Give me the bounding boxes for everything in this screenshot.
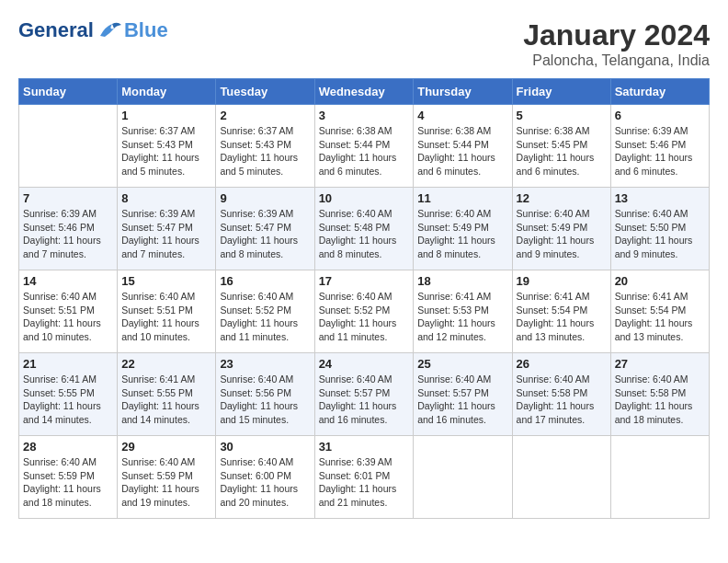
header-cell-saturday: Saturday (610, 79, 709, 105)
calendar-cell: 24Sunrise: 6:40 AMSunset: 5:57 PMDayligh… (314, 353, 414, 436)
day-number: 15 (121, 274, 211, 288)
day-number: 16 (220, 274, 310, 288)
calendar-cell: 9Sunrise: 6:39 AMSunset: 5:47 PMDaylight… (216, 188, 314, 270)
day-info: Sunrise: 6:40 AMSunset: 5:52 PMDaylight:… (319, 290, 410, 344)
calendar-cell: 19Sunrise: 6:41 AMSunset: 5:54 PMDayligh… (512, 270, 610, 353)
logo: General Blue (18, 18, 168, 42)
day-info: Sunrise: 6:40 AMSunset: 6:00 PMDaylight:… (220, 455, 310, 510)
day-info: Sunrise: 6:41 AMSunset: 5:55 PMDaylight:… (121, 373, 211, 427)
day-number: 17 (319, 274, 410, 288)
day-number: 27 (615, 357, 705, 371)
day-info: Sunrise: 6:37 AMSunset: 5:43 PMDaylight:… (220, 124, 310, 178)
day-number: 31 (319, 440, 410, 454)
day-number: 22 (121, 357, 211, 371)
day-number: 8 (121, 191, 211, 205)
logo-general: General (18, 18, 94, 42)
day-number: 7 (23, 191, 113, 205)
day-number: 28 (23, 440, 113, 454)
day-info: Sunrise: 6:40 AMSunset: 5:57 PMDaylight:… (417, 373, 507, 427)
calendar-cell: 26Sunrise: 6:40 AMSunset: 5:58 PMDayligh… (512, 353, 610, 436)
logo-blue: Blue (124, 18, 168, 42)
calendar-header: SundayMondayTuesdayWednesdayThursdayFrid… (19, 79, 710, 105)
page-subtitle: Paloncha, Telangana, India (523, 52, 710, 69)
calendar-cell: 23Sunrise: 6:40 AMSunset: 5:56 PMDayligh… (216, 353, 314, 436)
day-number: 25 (417, 357, 507, 371)
day-number: 30 (220, 440, 310, 454)
calendar-cell: 22Sunrise: 6:41 AMSunset: 5:55 PMDayligh… (118, 353, 216, 436)
day-info: Sunrise: 6:39 AMSunset: 5:47 PMDaylight:… (220, 207, 310, 261)
day-info: Sunrise: 6:40 AMSunset: 5:58 PMDaylight:… (517, 373, 607, 427)
day-info: Sunrise: 6:40 AMSunset: 5:52 PMDaylight:… (220, 290, 310, 344)
day-number: 18 (417, 274, 507, 288)
calendar-cell: 1Sunrise: 6:37 AMSunset: 5:43 PMDaylight… (118, 105, 216, 188)
calendar-cell: 3Sunrise: 6:38 AMSunset: 5:44 PMDaylight… (314, 105, 414, 188)
day-info: Sunrise: 6:38 AMSunset: 5:44 PMDaylight:… (319, 124, 410, 178)
day-info: Sunrise: 6:40 AMSunset: 5:50 PMDaylight:… (615, 207, 705, 261)
day-info: Sunrise: 6:40 AMSunset: 5:51 PMDaylight:… (121, 290, 211, 344)
calendar-body: 1Sunrise: 6:37 AMSunset: 5:43 PMDaylight… (19, 105, 710, 519)
calendar-week-row: 28Sunrise: 6:40 AMSunset: 5:59 PMDayligh… (19, 436, 710, 519)
day-number: 6 (615, 109, 705, 122)
day-number: 13 (615, 191, 705, 205)
calendar-cell: 10Sunrise: 6:40 AMSunset: 5:48 PMDayligh… (314, 188, 414, 270)
day-info: Sunrise: 6:40 AMSunset: 5:57 PMDaylight:… (319, 373, 410, 427)
day-info: Sunrise: 6:37 AMSunset: 5:43 PMDaylight:… (121, 124, 211, 178)
day-info: Sunrise: 6:40 AMSunset: 5:49 PMDaylight:… (417, 207, 507, 261)
day-info: Sunrise: 6:41 AMSunset: 5:55 PMDaylight:… (23, 373, 113, 427)
day-number: 24 (319, 357, 410, 371)
calendar-cell: 30Sunrise: 6:40 AMSunset: 6:00 PMDayligh… (216, 436, 314, 519)
day-info: Sunrise: 6:39 AMSunset: 5:46 PMDaylight:… (23, 207, 113, 261)
calendar-week-row: 7Sunrise: 6:39 AMSunset: 5:46 PMDaylight… (19, 188, 710, 270)
page-title: January 2024 (523, 18, 710, 52)
title-block: January 2024 Paloncha, Telangana, India (523, 18, 710, 69)
day-number: 3 (319, 109, 410, 122)
day-info: Sunrise: 6:41 AMSunset: 5:53 PMDaylight:… (417, 290, 507, 344)
day-number: 21 (23, 357, 113, 371)
calendar-cell: 17Sunrise: 6:40 AMSunset: 5:52 PMDayligh… (314, 270, 414, 353)
calendar-cell: 5Sunrise: 6:38 AMSunset: 5:45 PMDaylight… (512, 105, 610, 188)
day-number: 26 (517, 357, 607, 371)
day-number: 14 (23, 274, 113, 288)
day-info: Sunrise: 6:38 AMSunset: 5:44 PMDaylight:… (417, 124, 507, 178)
day-number: 4 (417, 109, 507, 122)
day-info: Sunrise: 6:40 AMSunset: 5:49 PMDaylight:… (517, 207, 607, 261)
calendar-cell: 28Sunrise: 6:40 AMSunset: 5:59 PMDayligh… (19, 436, 118, 519)
calendar-cell: 7Sunrise: 6:39 AMSunset: 5:46 PMDaylight… (19, 188, 118, 270)
calendar-cell (512, 436, 610, 519)
calendar-table: SundayMondayTuesdayWednesdayThursdayFrid… (18, 78, 710, 519)
day-info: Sunrise: 6:41 AMSunset: 5:54 PMDaylight:… (517, 290, 607, 344)
calendar-cell: 13Sunrise: 6:40 AMSunset: 5:50 PMDayligh… (610, 188, 709, 270)
day-number: 1 (121, 109, 211, 122)
calendar-week-row: 14Sunrise: 6:40 AMSunset: 5:51 PMDayligh… (19, 270, 710, 353)
day-info: Sunrise: 6:38 AMSunset: 5:45 PMDaylight:… (517, 124, 607, 178)
day-info: Sunrise: 6:40 AMSunset: 5:59 PMDaylight:… (23, 455, 113, 510)
calendar-cell: 29Sunrise: 6:40 AMSunset: 5:59 PMDayligh… (118, 436, 216, 519)
day-number: 10 (319, 191, 410, 205)
page-header: General Blue January 2024 Paloncha, Tela… (18, 18, 710, 69)
day-number: 23 (220, 357, 310, 371)
calendar-cell: 21Sunrise: 6:41 AMSunset: 5:55 PMDayligh… (19, 353, 118, 436)
header-cell-wednesday: Wednesday (314, 79, 414, 105)
calendar-cell: 27Sunrise: 6:40 AMSunset: 5:58 PMDayligh… (610, 353, 709, 436)
header-cell-friday: Friday (512, 79, 610, 105)
day-info: Sunrise: 6:40 AMSunset: 5:48 PMDaylight:… (319, 207, 410, 261)
day-number: 2 (220, 109, 310, 122)
calendar-cell: 25Sunrise: 6:40 AMSunset: 5:57 PMDayligh… (414, 353, 512, 436)
calendar-week-row: 21Sunrise: 6:41 AMSunset: 5:55 PMDayligh… (19, 353, 710, 436)
header-row: SundayMondayTuesdayWednesdayThursdayFrid… (19, 79, 710, 105)
calendar-cell: 16Sunrise: 6:40 AMSunset: 5:52 PMDayligh… (216, 270, 314, 353)
day-info: Sunrise: 6:39 AMSunset: 5:47 PMDaylight:… (121, 207, 211, 261)
day-info: Sunrise: 6:40 AMSunset: 5:58 PMDaylight:… (615, 373, 705, 427)
day-number: 12 (517, 191, 607, 205)
logo-bird-icon (96, 19, 123, 42)
calendar-cell (610, 436, 709, 519)
day-info: Sunrise: 6:40 AMSunset: 5:51 PMDaylight:… (23, 290, 113, 344)
day-info: Sunrise: 6:41 AMSunset: 5:54 PMDaylight:… (615, 290, 705, 344)
header-cell-monday: Monday (118, 79, 216, 105)
calendar-cell: 2Sunrise: 6:37 AMSunset: 5:43 PMDaylight… (216, 105, 314, 188)
day-number: 20 (615, 274, 705, 288)
day-info: Sunrise: 6:39 AMSunset: 6:01 PMDaylight:… (319, 455, 410, 510)
calendar-cell: 6Sunrise: 6:39 AMSunset: 5:46 PMDaylight… (610, 105, 709, 188)
calendar-cell (414, 436, 512, 519)
calendar-cell: 11Sunrise: 6:40 AMSunset: 5:49 PMDayligh… (414, 188, 512, 270)
